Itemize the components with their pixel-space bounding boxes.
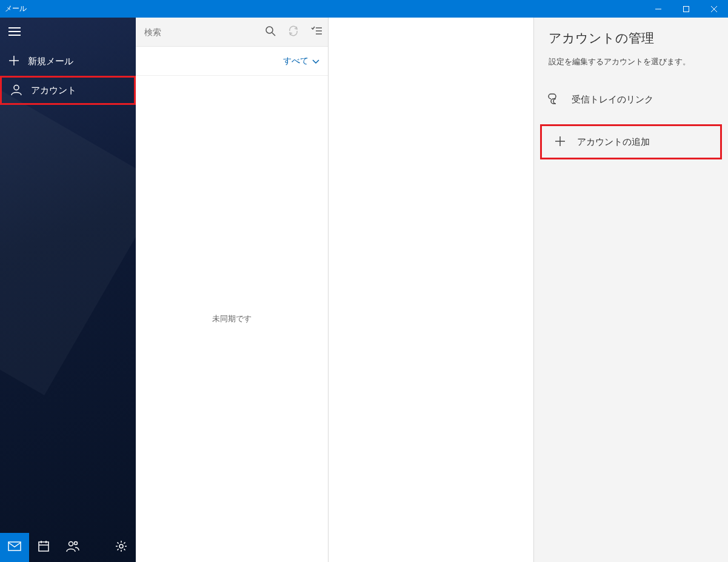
svg-rect-1: [684, 6, 689, 12]
app-title: メール: [0, 4, 27, 14]
settings-button[interactable]: [107, 533, 136, 562]
settings-title: アカウントの管理: [534, 18, 728, 53]
settings-panel: アカウントの管理 設定を編集するアカウントを選びます。 受信トレイのリンク アカ…: [534, 18, 728, 562]
search-input[interactable]: [136, 27, 259, 37]
people-app-button[interactable]: [58, 533, 87, 562]
accounts-label: アカウント: [31, 85, 76, 96]
search-bar: [136, 18, 328, 47]
svg-point-23: [266, 27, 273, 33]
window-controls: [644, 0, 728, 18]
reading-pane: [329, 18, 534, 562]
filter-dropdown[interactable]: すべて: [136, 47, 328, 76]
search-button[interactable]: [259, 18, 282, 47]
sync-button[interactable]: [282, 18, 305, 47]
search-icon: [265, 25, 276, 39]
select-mode-button[interactable]: [305, 18, 328, 47]
person-icon: [10, 84, 22, 98]
minimize-icon: [655, 5, 662, 13]
close-icon: [710, 5, 718, 13]
mail-app-button[interactable]: [0, 533, 29, 562]
sync-icon: [288, 25, 299, 39]
message-list-column: すべて 未同期です: [136, 18, 329, 562]
plus-icon: [8, 55, 19, 68]
svg-point-21: [75, 542, 78, 545]
maximize-button[interactable]: [672, 0, 700, 18]
svg-point-22: [119, 544, 123, 548]
calendar-icon: [38, 540, 50, 555]
minimize-button[interactable]: [644, 0, 672, 18]
sidebar: 新規メール アカウント: [0, 18, 136, 562]
add-account-label: アカウントの追加: [577, 136, 650, 148]
calendar-app-button[interactable]: [29, 533, 58, 562]
filter-label: すべて: [283, 56, 309, 67]
svg-point-9: [14, 85, 19, 90]
plus-icon: [554, 135, 566, 149]
sidebar-item-accounts[interactable]: アカウント: [0, 76, 136, 105]
new-mail-button[interactable]: 新規メール: [0, 47, 136, 76]
chevron-down-icon: [312, 56, 319, 66]
link-inboxes-button[interactable]: 受信トレイのリンク: [534, 82, 728, 117]
link-inboxes-label: 受信トレイのリンク: [572, 94, 653, 105]
settings-subtitle: 設定を編集するアカウントを選びます。: [534, 53, 728, 82]
maximize-icon: [683, 5, 690, 13]
select-icon: [311, 26, 322, 38]
titlebar: メール: [0, 0, 728, 18]
link-icon: [546, 93, 561, 106]
add-account-button[interactable]: アカウントの追加: [540, 124, 722, 159]
svg-rect-11: [39, 542, 48, 551]
app-body: 新規メール アカウント: [0, 18, 728, 562]
close-button[interactable]: [700, 0, 728, 18]
gear-icon: [115, 540, 128, 555]
sidebar-bottom-bar: [0, 533, 136, 562]
hamburger-button[interactable]: [0, 18, 136, 47]
hamburger-icon: [8, 27, 21, 38]
people-icon: [66, 540, 79, 555]
svg-rect-10: [8, 542, 21, 550]
svg-line-24: [272, 33, 275, 36]
new-mail-label: 新規メール: [28, 56, 73, 67]
mail-icon: [8, 541, 21, 554]
empty-state-text: 未同期です: [212, 313, 252, 324]
empty-state: 未同期です: [136, 76, 328, 562]
svg-point-20: [69, 542, 73, 546]
